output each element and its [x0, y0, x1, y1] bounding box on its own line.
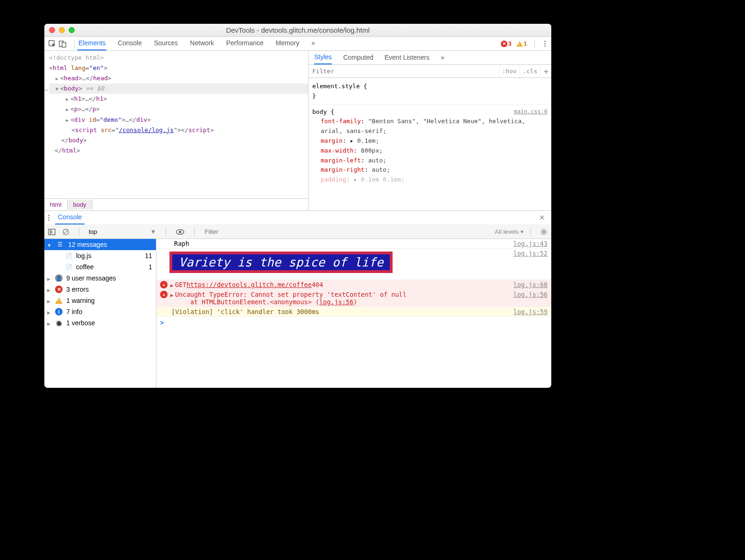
source-link[interactable]: main.css:6: [514, 107, 548, 116]
main-tabs: Elements Console Sources Network Perform…: [77, 37, 501, 50]
sidebar-all-messages[interactable]: ☰12 messages: [44, 239, 156, 250]
source-link[interactable]: log.js:43: [509, 240, 548, 247]
list-icon: ☰: [56, 241, 64, 248]
file-icon: 📄: [65, 252, 72, 259]
sidebar-warnings[interactable]: 1 warning: [44, 295, 156, 306]
bug-icon: [55, 319, 63, 327]
dom-p[interactable]: <p>…</p>: [49, 104, 308, 114]
main-panels: <!doctype html> <html lang="en"> <head>……: [44, 51, 551, 210]
svg-rect-3: [49, 229, 55, 235]
dom-tree[interactable]: <!doctype html> <html lang="en"> <head>……: [44, 51, 308, 198]
styles-tabs: Styles Computed Event Listeners »: [309, 51, 551, 65]
cls-button[interactable]: .cls: [520, 65, 540, 77]
svg-point-9: [543, 231, 545, 233]
svg-line-16: [541, 233, 542, 234]
log-variety[interactable]: Variety is the spice of lifelog.js:52: [156, 249, 551, 280]
breadcrumb-body[interactable]: body: [68, 200, 92, 210]
source-link[interactable]: log.js:52: [509, 250, 548, 276]
sidebar-user-messages[interactable]: 👤9 user messages: [44, 273, 156, 284]
window-title: DevTools - devtools.glitch.me/console/lo…: [44, 26, 551, 34]
console-toolbar: top ▼ All levels ▾: [44, 225, 551, 239]
new-style-button[interactable]: +: [540, 65, 551, 77]
warning-icon: [55, 297, 63, 304]
hov-button[interactable]: :hov: [499, 65, 520, 77]
log-error-404[interactable]: ✕GET https://devtools.glitch.me/coffee 4…: [156, 280, 551, 290]
styled-log: Variety is the spice of life: [169, 252, 393, 273]
styles-tabs-overflow[interactable]: »: [441, 52, 444, 64]
settings-menu-icon[interactable]: [542, 39, 548, 49]
console-drawer-tab[interactable]: Console: [55, 211, 84, 224]
svg-point-8: [179, 231, 181, 233]
dom-script[interactable]: <script src="/console/log.js"></script>: [49, 125, 308, 135]
tab-elements[interactable]: Elements: [77, 37, 106, 50]
source-link[interactable]: log.js:59: [509, 308, 548, 315]
styles-tab-computed[interactable]: Computed: [343, 52, 373, 64]
console-drawer: Console × top ▼ All levels ▾ ☰12 message…: [44, 210, 551, 388]
svg-line-17: [545, 230, 546, 231]
log-raph[interactable]: Raphlog.js:43: [156, 239, 551, 249]
svg-line-6: [63, 230, 68, 234]
dom-body-close[interactable]: </body>: [49, 135, 308, 146]
console-sidebar: ☰12 messages 📄log.js11 📄coffee1 👤9 user …: [44, 239, 156, 388]
context-selector[interactable]: top ▼: [89, 228, 156, 235]
error-icon: ✕: [160, 291, 168, 298]
file-icon: 📄: [65, 263, 72, 271]
sidebar-verbose[interactable]: 1 verbose: [44, 317, 156, 329]
sidebar-file-logjs[interactable]: 📄log.js11: [44, 250, 156, 261]
sidebar-info[interactable]: i7 info: [44, 306, 156, 317]
styles-tab-listeners[interactable]: Event Listeners: [385, 52, 430, 64]
window-titlebar: DevTools - devtools.glitch.me/console/lo…: [44, 24, 551, 37]
close-drawer-icon[interactable]: ×: [534, 212, 549, 223]
clear-console-icon[interactable]: [62, 228, 70, 236]
main-toolbar: Elements Console Sources Network Perform…: [44, 37, 551, 51]
svg-rect-2: [62, 42, 66, 47]
log-violation[interactable]: [Violation] 'click' handler took 3000msl…: [156, 307, 551, 317]
source-link[interactable]: log.js:56: [509, 291, 548, 306]
svg-line-14: [541, 230, 542, 231]
error-count-badge[interactable]: ✕3: [501, 40, 512, 47]
console-settings-icon[interactable]: [540, 228, 548, 236]
devtools-window: DevTools - devtools.glitch.me/console/lo…: [44, 24, 551, 388]
dom-html-close[interactable]: </html>: [49, 146, 308, 156]
breadcrumb: html body: [44, 198, 308, 210]
sidebar-file-coffee[interactable]: 📄coffee1: [44, 261, 156, 273]
user-icon: 👤: [55, 274, 63, 282]
log-error-uncaught[interactable]: ✕Uncaught TypeError: Cannot set property…: [156, 290, 551, 307]
console-body: ☰12 messages 📄log.js11 📄coffee1 👤9 user …: [44, 239, 551, 388]
log-levels-selector[interactable]: All levels ▾: [495, 228, 524, 235]
body-rule[interactable]: main.css:6 body { font-family: "Benton S…: [312, 106, 548, 188]
tab-console[interactable]: Console: [117, 37, 142, 50]
dom-doctype[interactable]: <!doctype html>: [49, 53, 308, 63]
dom-body-selected[interactable]: <body> == $0: [49, 84, 308, 94]
console-filter-input[interactable]: [204, 227, 489, 236]
css-rules[interactable]: element.style { } main.css:6 body { font…: [309, 78, 551, 210]
console-prompt[interactable]: >: [156, 317, 551, 328]
drawer-menu-icon[interactable]: [46, 213, 51, 223]
console-messages[interactable]: Raphlog.js:43 Variety is the spice of li…: [156, 239, 551, 388]
toggle-device-icon[interactable]: [58, 40, 67, 48]
error-icon: ✕: [55, 286, 63, 293]
breadcrumb-html[interactable]: html: [44, 200, 68, 210]
tab-memory[interactable]: Memory: [275, 37, 301, 50]
source-link[interactable]: log.js:68: [509, 281, 548, 288]
dom-h1[interactable]: <h1>…</h1>: [49, 94, 308, 104]
toggle-sidebar-icon[interactable]: [48, 229, 56, 235]
tab-sources[interactable]: Sources: [153, 37, 179, 50]
dom-div-demo[interactable]: <div id="demo">…</div>: [49, 115, 308, 125]
tab-network[interactable]: Network: [189, 37, 215, 50]
element-style-rule[interactable]: element.style { }: [312, 81, 548, 105]
styles-tab-styles[interactable]: Styles: [314, 51, 332, 64]
inspect-element-icon[interactable]: [48, 40, 56, 48]
live-expression-icon[interactable]: [176, 229, 185, 235]
styles-filter-bar: :hov .cls +: [309, 65, 551, 78]
dom-html-open[interactable]: <html lang="en">: [49, 63, 308, 73]
sidebar-errors[interactable]: ✕3 errors: [44, 284, 156, 295]
dom-head[interactable]: <head>…</head>: [49, 73, 308, 84]
tabs-overflow[interactable]: »: [310, 37, 316, 50]
info-icon: i: [55, 308, 63, 315]
elements-panel: <!doctype html> <html lang="en"> <head>……: [44, 51, 309, 210]
styles-panel: Styles Computed Event Listeners » :hov .…: [309, 51, 551, 210]
styles-filter-input[interactable]: [309, 65, 499, 77]
warning-count-badge[interactable]: 1: [516, 40, 527, 47]
tab-performance[interactable]: Performance: [225, 37, 264, 50]
